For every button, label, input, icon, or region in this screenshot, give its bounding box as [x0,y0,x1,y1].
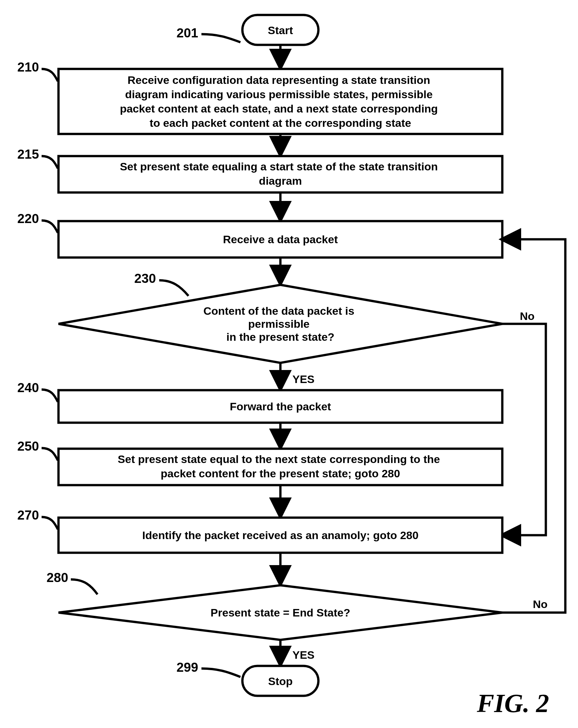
svg-text:299: 299 [176,660,198,674]
stop-text: Stop [268,675,293,687]
process-215: Set present state equaling a start state… [58,156,502,192]
svg-text:Forward the packet: Forward the packet [230,400,331,413]
svg-text:280: 280 [47,570,68,584]
svg-text:270: 270 [17,508,39,522]
svg-text:230: 230 [134,271,156,285]
svg-text:Receive a data packet: Receive a data packet [223,233,337,245]
ref-215: 215 [17,147,58,168]
decision-280: Present state = End State? [58,585,502,640]
terminator-start: Start [242,15,319,45]
ref-240: 240 [17,381,58,402]
svg-text:250: 250 [17,439,39,453]
edge-230-no [502,324,546,535]
decision-230: Content of the data packet is permissibl… [58,285,502,363]
process-210: Receive configuration data representing … [58,69,502,134]
process-240: Forward the packet [58,390,502,423]
label-280-no: No [533,598,547,610]
edge-280-no [502,239,565,613]
ref-270: 270 [17,508,58,529]
label-230-yes: YES [293,373,314,385]
ref-201: 201 [176,26,241,42]
ref-250: 250 [17,439,58,461]
terminator-stop: Stop [242,666,319,696]
svg-text:220: 220 [17,211,39,226]
svg-text:201: 201 [176,26,198,40]
process-250: Set present state equal to the next stat… [58,449,502,485]
svg-text:240: 240 [17,381,39,395]
label-280-yes: YES [293,649,314,661]
svg-text:Identify the packet received a: Identify the packet received as an anamo… [142,529,418,541]
start-text: Start [268,24,293,36]
process-220: Receive a data packet [58,221,502,258]
svg-text:Present state = End State?: Present state = End State? [211,606,350,619]
svg-text:210: 210 [17,60,39,74]
ref-220: 220 [17,211,58,233]
ref-299: 299 [176,660,241,677]
ref-280: 280 [47,570,98,594]
figure-label: FIG. 2 [477,689,549,718]
label-230-no: No [520,310,534,322]
process-270: Identify the packet received as an anamo… [58,518,502,553]
ref-230: 230 [134,271,188,296]
ref-210: 210 [17,60,58,81]
svg-text:215: 215 [17,147,39,161]
